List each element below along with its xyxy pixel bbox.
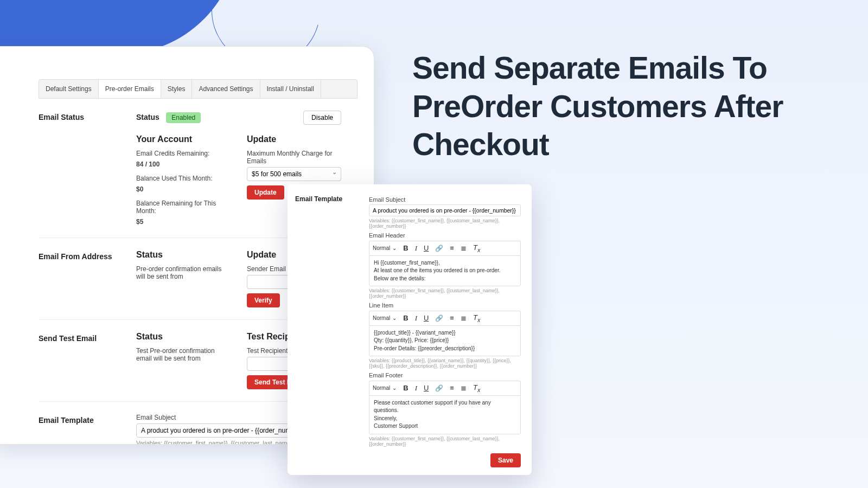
italic-icon[interactable]: I xyxy=(415,244,417,253)
footer-vars: Variables: {{customer_first_name}}, {{cu… xyxy=(369,436,521,447)
section-label: Email Status xyxy=(39,111,136,226)
unordered-list-icon[interactable] xyxy=(461,244,467,252)
footer-editor[interactable]: Please contact customer support if you h… xyxy=(369,395,521,434)
section-label: Email Template xyxy=(39,414,136,445)
link-icon[interactable] xyxy=(435,384,443,392)
chevron-down-icon: ⌄ xyxy=(392,385,397,391)
credits-label: Email Credits Remaining: xyxy=(136,150,231,157)
update-button[interactable]: Update xyxy=(247,185,284,200)
unordered-list-icon[interactable] xyxy=(461,314,467,322)
italic-icon[interactable]: I xyxy=(415,384,417,393)
underline-icon[interactable]: U xyxy=(424,244,429,252)
tab-styles[interactable]: Styles xyxy=(161,80,193,98)
link-icon[interactable] xyxy=(435,314,443,322)
footer-toolbar: Normal ⌄ B I U Tx xyxy=(369,381,521,395)
underline-icon[interactable]: U xyxy=(424,384,429,392)
status-heading: Status xyxy=(136,332,231,342)
balance-remaining-label: Balance Remaining for This Month: xyxy=(136,200,231,215)
unordered-list-icon[interactable] xyxy=(461,384,467,392)
header-editor[interactable]: Hi {{customer_first_name}}, At least one… xyxy=(369,255,521,287)
format-select[interactable]: Normal ⌄ xyxy=(373,385,397,391)
chevron-down-icon: ⌄ xyxy=(392,245,397,251)
ordered-list-icon[interactable] xyxy=(450,244,454,252)
your-account-heading: Your Account xyxy=(136,134,231,144)
max-charge-select[interactable]: $5 for 500 emails xyxy=(247,167,341,181)
header-label: Email Header xyxy=(369,232,521,239)
tab-bar: Default Settings Pre-order Emails Styles… xyxy=(39,79,358,99)
clear-format-icon[interactable]: Tx xyxy=(473,243,480,253)
update-heading: Update xyxy=(247,134,341,144)
card-title: Email Template xyxy=(288,193,369,447)
balance-used-label: Balance Used This Month: xyxy=(136,175,231,182)
underline-icon[interactable]: U xyxy=(424,314,429,322)
disable-button[interactable]: Disable xyxy=(303,111,341,125)
tab-preorder-emails[interactable]: Pre-order Emails xyxy=(99,80,161,98)
line-vars: Variables: {{product_title}}, {{variant_… xyxy=(369,358,521,369)
italic-icon[interactable]: I xyxy=(415,314,417,323)
credits-value: 84 / 100 xyxy=(136,160,231,168)
status-badge: Enabled xyxy=(166,112,201,123)
link-icon[interactable] xyxy=(435,244,443,252)
line-item-label: Line Item xyxy=(369,302,521,309)
line-toolbar: Normal ⌄ B I U Tx xyxy=(369,311,521,325)
subject-label: Email Subject xyxy=(369,196,521,203)
ordered-list-icon[interactable] xyxy=(450,314,454,322)
tab-install-uninstall[interactable]: Install / Uninstall xyxy=(260,80,321,98)
save-button[interactable]: Save xyxy=(490,453,521,467)
ordered-list-icon[interactable] xyxy=(450,384,454,392)
status-label: Status xyxy=(136,113,159,121)
balance-remaining-value: $5 xyxy=(136,218,231,226)
subject-vars: Variables: {{customer_first_name}}, {{cu… xyxy=(369,218,521,229)
status-text: Pre-order confirmation emails will be se… xyxy=(136,265,231,280)
page-headline: Send Separate Emails To PreOrder Custome… xyxy=(412,49,868,164)
bold-icon[interactable]: B xyxy=(403,314,408,322)
clear-format-icon[interactable]: Tx xyxy=(473,383,480,393)
status-heading: Status xyxy=(136,250,231,260)
tab-advanced-settings[interactable]: Advanced Settings xyxy=(192,80,260,98)
subject-input[interactable] xyxy=(369,204,521,216)
format-select[interactable]: Normal ⌄ xyxy=(373,245,397,251)
line-editor[interactable]: {{product_title}} - {{variant_name}} Qty… xyxy=(369,325,521,357)
format-select[interactable]: Normal ⌄ xyxy=(373,315,397,321)
balance-used-value: $0 xyxy=(136,185,231,193)
status-text: Test Pre-order confirmation email will b… xyxy=(136,347,231,362)
chevron-down-icon: ⌄ xyxy=(392,315,397,321)
bold-icon[interactable]: B xyxy=(403,244,408,252)
section-label: Email From Address xyxy=(39,250,136,307)
header-toolbar: Normal ⌄ B I U Tx xyxy=(369,241,521,255)
verify-button[interactable]: Verify xyxy=(247,293,280,307)
header-vars: Variables: {{customer_first_name}}, {{cu… xyxy=(369,288,521,299)
max-charge-label: Maximum Monthly Charge for Emails xyxy=(247,150,341,165)
section-label: Send Test Email xyxy=(39,332,136,389)
tab-default-settings[interactable]: Default Settings xyxy=(39,80,99,98)
clear-format-icon[interactable]: Tx xyxy=(473,313,480,323)
email-template-card: Email Template Email Subject Variables: … xyxy=(288,184,532,475)
footer-label: Email Footer xyxy=(369,372,521,378)
bold-icon[interactable]: B xyxy=(403,384,408,392)
